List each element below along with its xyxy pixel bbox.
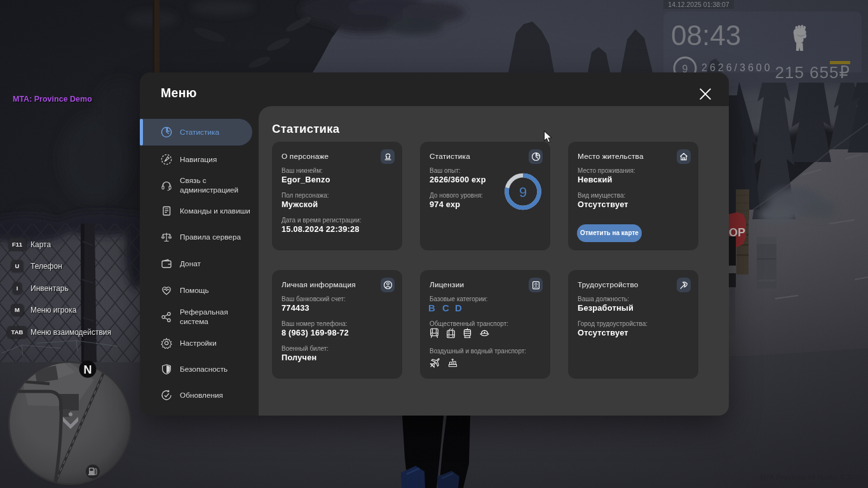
svg-text:N: N <box>84 363 92 376</box>
svg-text:9: 9 <box>519 184 527 200</box>
